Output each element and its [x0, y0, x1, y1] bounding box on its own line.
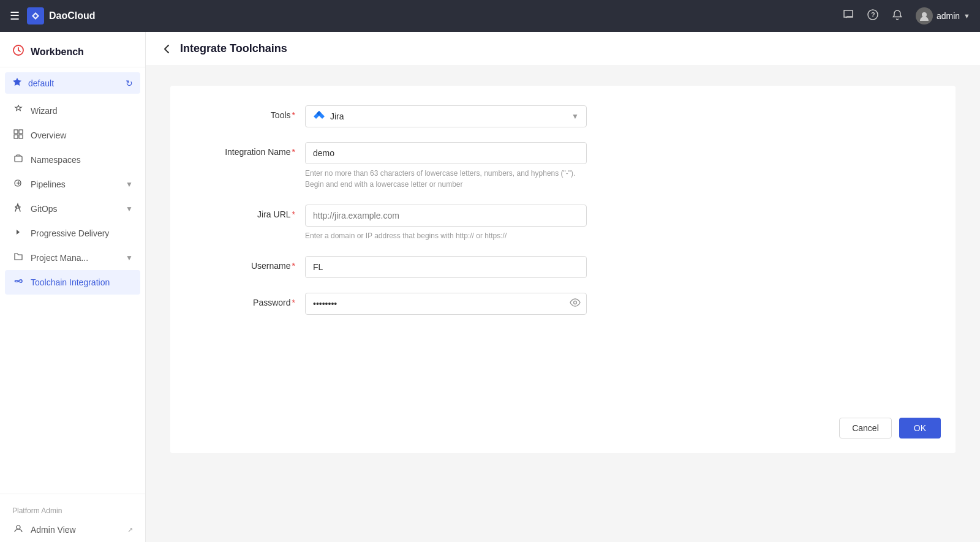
page-title: Integrate Toolchains: [180, 42, 287, 55]
sidebar-item-wizard[interactable]: Wizard: [0, 99, 145, 123]
username-label: Username*: [195, 256, 305, 271]
sidebar-header: Workbench: [0, 32, 145, 67]
tools-select[interactable]: Jira ▼: [305, 105, 587, 127]
chat-icon[interactable]: [842, 9, 854, 24]
sidebar-item-project[interactable]: Project Mana... ▼: [0, 246, 145, 270]
svg-text:?: ?: [871, 11, 875, 18]
help-icon[interactable]: ?: [867, 9, 879, 24]
bell-icon[interactable]: [891, 9, 903, 24]
svg-rect-7: [14, 135, 18, 138]
platform-admin-label: Platform Admin: [0, 499, 145, 518]
tools-label: Tools*: [195, 105, 305, 120]
sidebar-item-namespaces[interactable]: Namespaces: [0, 148, 145, 172]
user-area[interactable]: admin ▼: [916, 7, 970, 24]
main-content: Integrate Toolchains Tools*: [146, 32, 980, 542]
sidebar-item-default[interactable]: default ↻: [5, 72, 140, 94]
wizard-label: Wizard: [31, 106, 133, 116]
integration-name-hint: Enter no more than 63 characters of lowe…: [305, 168, 587, 190]
brand: DaoCloud: [27, 7, 96, 24]
svg-rect-9: [15, 156, 22, 162]
integration-name-label: Integration Name*: [195, 142, 305, 157]
sidebar-item-overview[interactable]: Overview: [0, 123, 145, 148]
sidebar-divider: [0, 494, 145, 494]
sidebar-item-pipelines[interactable]: Pipelines ▼: [0, 172, 145, 197]
sidebar-item-progressive[interactable]: Progressive Delivery: [0, 221, 145, 246]
sidebar-title: Workbench: [31, 47, 84, 58]
user-chevron-icon: ▼: [963, 12, 970, 20]
navbar-left: ☰ DaoCloud: [10, 7, 96, 24]
hamburger-icon[interactable]: ☰: [10, 9, 20, 23]
admin-icon: [12, 524, 24, 536]
integration-name-field: Enter no more than 63 characters of lowe…: [305, 142, 587, 190]
svg-rect-6: [19, 130, 23, 134]
tools-chevron-icon: ▼: [571, 112, 579, 121]
jira-url-field: Enter a domain or IP address that begins…: [305, 205, 587, 241]
eye-icon[interactable]: [570, 298, 581, 309]
integration-name-input[interactable]: [305, 142, 587, 164]
sidebar-item-toolchain[interactable]: Toolchain Integration: [5, 270, 140, 295]
avatar: [916, 7, 933, 24]
namespaces-label: Namespaces: [31, 155, 133, 165]
overview-icon: [12, 129, 24, 141]
svg-rect-5: [14, 130, 18, 134]
refresh-icon[interactable]: ↻: [126, 78, 133, 88]
username-input[interactable]: [305, 256, 587, 278]
integration-name-row: Integration Name* Enter no more than 63 …: [195, 142, 931, 190]
jira-url-hint: Enter a domain or IP address that begins…: [305, 230, 587, 241]
user-name: admin: [937, 11, 960, 21]
workbench-icon: [12, 44, 24, 59]
navbar: ☰ DaoCloud ? admin ▼: [0, 0, 980, 32]
username-field: [305, 256, 587, 278]
progressive-label: Progressive Delivery: [31, 228, 133, 238]
default-icon: [12, 77, 22, 89]
project-icon: [12, 252, 24, 264]
toolchain-label: Toolchain Integration: [31, 277, 133, 287]
jira-url-label: Jira URL*: [195, 205, 305, 219]
project-arrow-icon: ▼: [126, 254, 133, 262]
tools-row: Tools* Jira ▼: [195, 105, 931, 127]
sidebar-item-admin-view[interactable]: Admin View ↗: [0, 518, 145, 542]
project-label: Project Mana...: [31, 253, 119, 263]
brand-name: DaoCloud: [49, 10, 96, 21]
back-button[interactable]: [160, 43, 173, 55]
form-area: Tools* Jira ▼: [146, 66, 980, 542]
password-input[interactable]: [305, 293, 587, 315]
form-footer: Cancel OK: [839, 418, 941, 438]
page-header: Integrate Toolchains: [146, 32, 980, 66]
progressive-icon: [12, 227, 24, 239]
app-body: Workbench default ↻ Wizard Overview: [0, 32, 980, 542]
ok-button[interactable]: OK: [899, 418, 941, 438]
toolchain-icon: [12, 276, 24, 288]
jira-url-row: Jira URL* Enter a domain or IP address t…: [195, 205, 931, 241]
cancel-button[interactable]: Cancel: [839, 418, 892, 438]
gitops-label: GitOps: [31, 204, 119, 214]
overview-label: Overview: [31, 130, 133, 140]
svg-point-12: [574, 301, 577, 304]
password-wrap: [305, 293, 587, 315]
svg-point-3: [922, 12, 927, 17]
gitops-arrow-icon: ▼: [126, 205, 133, 213]
svg-rect-8: [19, 135, 23, 138]
external-link-icon: ↗: [127, 526, 133, 534]
sidebar-item-gitops[interactable]: GitOps ▼: [0, 197, 145, 221]
jira-url-input[interactable]: [305, 205, 587, 227]
pipelines-label: Pipelines: [31, 179, 119, 189]
username-row: Username*: [195, 256, 931, 278]
pipelines-icon: [12, 178, 24, 190]
wizard-icon: [12, 105, 24, 117]
tools-value: Jira: [330, 111, 344, 121]
navbar-right: ? admin ▼: [842, 7, 970, 24]
gitops-icon: [12, 203, 24, 215]
password-label: Password*: [195, 293, 305, 307]
admin-view-label: Admin View: [31, 525, 121, 535]
jira-logo-icon: [313, 110, 325, 122]
svg-point-10: [15, 206, 20, 208]
namespaces-icon: [12, 154, 24, 166]
brand-logo: [27, 7, 44, 24]
form-card: Tools* Jira ▼: [170, 86, 956, 453]
password-row: Password*: [195, 293, 931, 315]
default-label: default: [28, 78, 54, 88]
pipelines-arrow-icon: ▼: [126, 180, 133, 189]
sidebar: Workbench default ↻ Wizard Overview: [0, 32, 146, 542]
svg-point-11: [17, 525, 20, 529]
